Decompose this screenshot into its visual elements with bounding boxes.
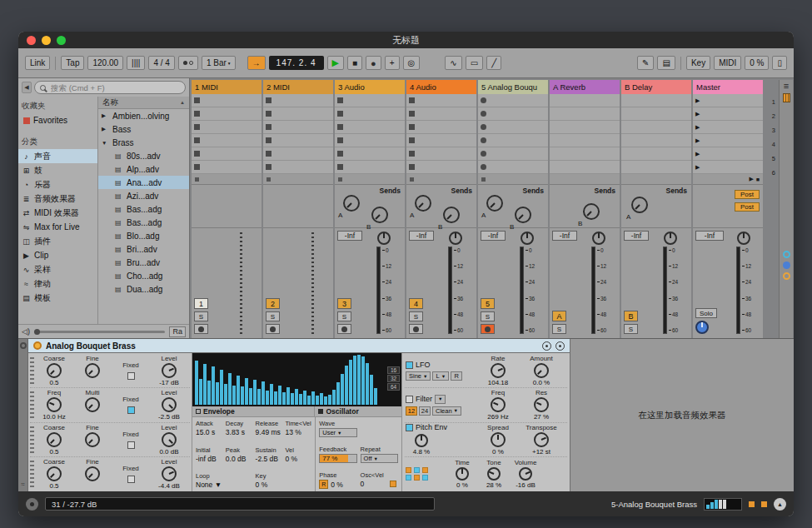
mod-square-icon[interactable] xyxy=(422,475,428,481)
freq-knob[interactable] xyxy=(47,397,62,412)
clip-stop-row[interactable] xyxy=(335,174,405,185)
clip-slot[interactable] xyxy=(550,94,620,107)
audio-effects-drop-zone[interactable]: 在这里加载音频效果器 xyxy=(570,339,794,491)
solo-button[interactable]: S xyxy=(552,324,566,334)
fixed-checkbox[interactable] xyxy=(127,476,135,483)
cue-volume-knob[interactable] xyxy=(695,321,709,334)
envelope-section-header[interactable]: Envelope xyxy=(192,406,314,416)
expand-panel-button[interactable]: ▲ xyxy=(774,498,786,511)
browser-item[interactable]: ▤ Ana...adv xyxy=(98,176,189,189)
show-mixer-toggle-icon[interactable] xyxy=(783,272,790,280)
close-button[interactable] xyxy=(27,36,36,45)
clip-slot[interactable] xyxy=(406,94,476,107)
level-knob[interactable] xyxy=(162,466,177,481)
solo-button[interactable]: S xyxy=(337,311,351,321)
clip-slot[interactable] xyxy=(263,161,333,174)
volume-knob[interactable] xyxy=(519,467,532,481)
scene-launch-slot[interactable]: ▶ xyxy=(693,107,763,121)
browser-category[interactable]: ≈ 律动 xyxy=(18,276,97,291)
clip-slot[interactable] xyxy=(406,147,476,161)
loop-region-button[interactable]: ▭ xyxy=(466,56,483,70)
fine-knob[interactable] xyxy=(85,466,100,481)
clip-slot[interactable] xyxy=(192,107,262,121)
envelope-param[interactable]: Release 9.49 ms xyxy=(254,419,284,437)
clip-slot[interactable] xyxy=(621,107,691,121)
metronome-button[interactable] xyxy=(178,56,198,70)
follow-rows-button[interactable]: ▤ xyxy=(657,56,675,70)
clip-slot[interactable] xyxy=(263,134,333,147)
lfo-wave-dropdown[interactable]: Sine▼ xyxy=(406,371,431,381)
clip-slot[interactable] xyxy=(550,107,620,121)
browser-category[interactable]: ▶ Clip xyxy=(18,248,97,262)
minimize-button[interactable] xyxy=(42,36,51,45)
name-column-header[interactable]: 名称 xyxy=(102,97,118,108)
coarse-knob[interactable] xyxy=(47,432,62,447)
search-input[interactable] xyxy=(49,82,180,93)
follow-button[interactable]: → xyxy=(247,56,266,70)
lfo-sync-dropdown[interactable]: L▼ xyxy=(432,371,449,381)
filter-freq-param[interactable]: Freq 269 Hz xyxy=(476,389,520,421)
collection-favorites[interactable]: Favorites xyxy=(18,113,97,127)
clip-stop-row[interactable] xyxy=(192,174,262,185)
res-knob[interactable] xyxy=(534,397,549,412)
clip-slot[interactable] xyxy=(478,134,548,147)
browser-category[interactable]: ◔ 乐器 xyxy=(18,177,97,192)
clip-slot[interactable] xyxy=(621,161,691,174)
browser-item[interactable]: ▤ Bri...adv xyxy=(98,242,189,256)
feedback-slider[interactable]: 77 % xyxy=(319,454,356,463)
clip-slot[interactable] xyxy=(550,147,620,161)
lfo-retrigger-toggle[interactable]: R xyxy=(451,371,462,381)
envelope-param[interactable]: Time<Vel 13 % xyxy=(283,419,313,437)
coarse-knob[interactable] xyxy=(47,466,62,481)
key-map-button[interactable]: Key xyxy=(686,56,710,70)
fade-button[interactable]: ╱ xyxy=(486,56,501,70)
level-knob[interactable] xyxy=(162,397,177,412)
fine-knob[interactable] xyxy=(85,432,100,447)
scene-number[interactable]: 3 xyxy=(765,123,777,137)
transpose-param[interactable]: Transpose +12 st xyxy=(520,424,563,456)
mod-square-icon[interactable] xyxy=(414,475,420,481)
repeat-param[interactable]: Repeat Off▼ xyxy=(359,445,400,464)
volume-field[interactable]: -Inf xyxy=(624,231,649,241)
rate-knob[interactable] xyxy=(491,363,506,378)
browser-item[interactable]: ▤ Bru...adv xyxy=(98,256,189,269)
coarse-knob[interactable] xyxy=(47,363,62,378)
folder-arrow-icon[interactable]: ▶ xyxy=(102,112,107,119)
amount-knob[interactable] xyxy=(534,363,549,378)
browser-item[interactable]: ▼ Brass xyxy=(98,136,189,149)
partials-64-button[interactable]: 64 xyxy=(387,383,400,391)
filter-res-param[interactable]: Res 27 % xyxy=(520,389,563,421)
clip-slot[interactable] xyxy=(550,121,620,134)
send-a-knob[interactable] xyxy=(631,197,648,213)
tempo-field[interactable]: 120.00 xyxy=(87,56,123,70)
volume-field[interactable]: -Inf xyxy=(337,231,362,241)
clip-slot[interactable] xyxy=(335,147,405,161)
arm-button[interactable] xyxy=(266,324,280,334)
pan-knob[interactable] xyxy=(664,232,677,245)
scene-number[interactable]: 2 xyxy=(765,109,777,123)
list-header[interactable]: 名称 ▲ xyxy=(98,97,189,109)
show-returns-toggle-icon[interactable] xyxy=(783,262,790,269)
clip-slot[interactable] xyxy=(335,94,405,107)
filter-circuit-dropdown[interactable]: Clean▼ xyxy=(432,406,461,416)
browser-category[interactable]: ▤ 模板 xyxy=(18,291,97,305)
browser-item[interactable]: ▤ Blo...adg xyxy=(98,229,189,242)
phase-param[interactable]: Phase R0 % xyxy=(317,471,358,490)
link-button[interactable]: Link xyxy=(25,56,50,70)
send-b-knob[interactable] xyxy=(443,207,460,223)
overview-menu-icon[interactable]: ≡ xyxy=(784,82,789,90)
mod-square-icon[interactable] xyxy=(414,467,420,473)
stop-all-icon[interactable]: ■ xyxy=(756,177,760,182)
feedback-param[interactable]: Feedback 77 % xyxy=(317,445,358,464)
filter-enable-checkbox[interactable] xyxy=(406,396,413,403)
pan-knob[interactable] xyxy=(377,232,391,245)
envelope-param[interactable]: Decay 3.83 s xyxy=(224,419,254,437)
clip-slot[interactable] xyxy=(621,147,691,161)
folder-arrow-icon[interactable]: ▶ xyxy=(102,126,107,132)
osc-select-strip[interactable] xyxy=(30,461,34,487)
browser-item[interactable]: ▤ Azi...adv xyxy=(98,189,189,202)
clip-stop-row[interactable] xyxy=(263,174,333,185)
tone-knob[interactable] xyxy=(487,467,501,481)
preview-speaker-icon[interactable]: ◁) xyxy=(22,327,30,336)
send-b-knob[interactable] xyxy=(515,207,531,223)
